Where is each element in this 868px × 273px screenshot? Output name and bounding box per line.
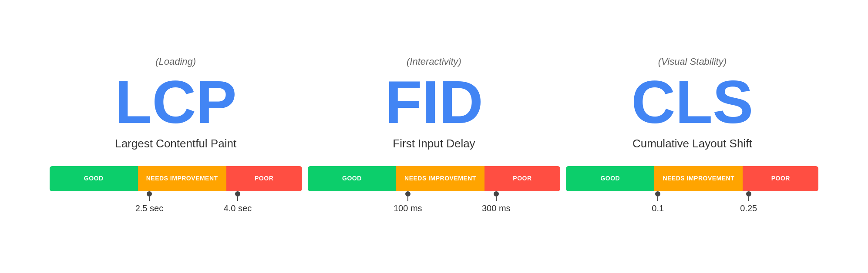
- main-container: (Loading)LCPLargest Contentful PaintGOOD…: [20, 39, 848, 235]
- lcp-threshold-0: 2.5 sec: [135, 191, 163, 213]
- fid-threshold-0: 100 ms: [394, 191, 422, 213]
- cls-bar-needs: NEEDS IMPROVEMENT: [654, 166, 743, 191]
- lcp-bar-poor: POOR: [226, 166, 302, 191]
- cls-bar-good: GOOD: [566, 166, 654, 191]
- cls-threshold-value-0: 0.1: [652, 203, 664, 213]
- cls-threshold-value-1: 0.25: [740, 203, 757, 213]
- cls-bar-poor: POOR: [743, 166, 818, 191]
- fid-threshold-value-0: 100 ms: [394, 203, 422, 213]
- fid-thresholds: 100 ms300 ms: [308, 191, 560, 217]
- fid-threshold-dot-0: [405, 191, 410, 196]
- lcp-threshold-1: 4.0 sec: [224, 191, 252, 213]
- cls-threshold-dot-1: [746, 191, 751, 196]
- lcp-threshold-dot-1: [235, 191, 240, 196]
- lcp-thresholds: 2.5 sec4.0 sec: [50, 191, 302, 217]
- lcp-acronym: LCP: [115, 72, 237, 133]
- cls-threshold-line-1: [748, 196, 749, 201]
- lcp-rating-bar: GOODNEEDS IMPROVEMENTPOOR: [50, 166, 302, 191]
- metric-card-fid: (Interactivity)FIDFirst Input DelayGOODN…: [308, 56, 560, 217]
- fid-threshold-line-0: [407, 196, 408, 201]
- lcp-fullname: Largest Contentful Paint: [115, 137, 236, 150]
- fid-category: (Interactivity): [407, 56, 461, 67]
- lcp-bar-good: GOOD: [50, 166, 138, 191]
- metric-card-cls: (Visual Stability)CLSCumulative Layout S…: [566, 56, 818, 217]
- lcp-threshold-line-0: [149, 196, 150, 201]
- cls-thresholds: 0.10.25: [566, 191, 818, 217]
- cls-threshold-line-0: [657, 196, 658, 201]
- cls-acronym: CLS: [631, 72, 753, 133]
- cls-threshold-1: 0.25: [740, 191, 757, 213]
- fid-fullname: First Input Delay: [393, 137, 475, 150]
- lcp-category: (Loading): [155, 56, 196, 67]
- fid-threshold-line-1: [496, 196, 497, 201]
- cls-threshold-dot-0: [655, 191, 660, 196]
- metric-card-lcp: (Loading)LCPLargest Contentful PaintGOOD…: [50, 56, 302, 217]
- cls-bar-wrapper: GOODNEEDS IMPROVEMENTPOOR0.10.25: [566, 166, 818, 217]
- lcp-threshold-dot-0: [147, 191, 152, 196]
- fid-acronym: FID: [385, 72, 483, 133]
- fid-rating-bar: GOODNEEDS IMPROVEMENTPOOR: [308, 166, 560, 191]
- fid-bar-needs: NEEDS IMPROVEMENT: [396, 166, 484, 191]
- cls-rating-bar: GOODNEEDS IMPROVEMENTPOOR: [566, 166, 818, 191]
- lcp-threshold-value-1: 4.0 sec: [224, 203, 252, 213]
- cls-category: (Visual Stability): [658, 56, 727, 67]
- cls-threshold-0: 0.1: [652, 191, 664, 213]
- lcp-bar-needs: NEEDS IMPROVEMENT: [138, 166, 226, 191]
- fid-threshold-1: 300 ms: [482, 191, 511, 213]
- fid-bar-poor: POOR: [484, 166, 560, 191]
- cls-fullname: Cumulative Layout Shift: [632, 137, 752, 150]
- fid-threshold-dot-1: [494, 191, 499, 196]
- lcp-bar-wrapper: GOODNEEDS IMPROVEMENTPOOR2.5 sec4.0 sec: [50, 166, 302, 217]
- fid-bar-wrapper: GOODNEEDS IMPROVEMENTPOOR100 ms300 ms: [308, 166, 560, 217]
- fid-bar-good: GOOD: [308, 166, 396, 191]
- fid-threshold-value-1: 300 ms: [482, 203, 511, 213]
- lcp-threshold-line-1: [237, 196, 238, 201]
- lcp-threshold-value-0: 2.5 sec: [135, 203, 163, 213]
